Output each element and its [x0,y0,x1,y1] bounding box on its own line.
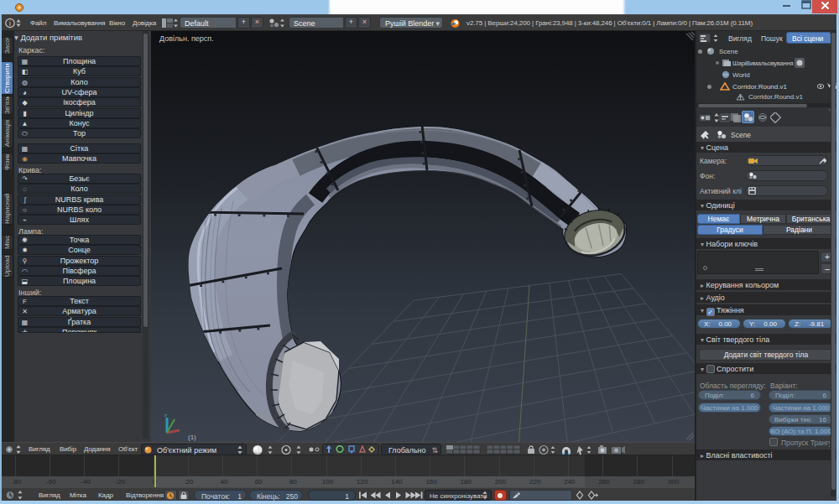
svg-text:z: z [164,413,167,418]
svg-text:(1): (1) [188,434,196,441]
svg-text:Довільн. персп.: Довільн. персп. [159,34,214,43]
svg-text:i: i [9,19,11,28]
